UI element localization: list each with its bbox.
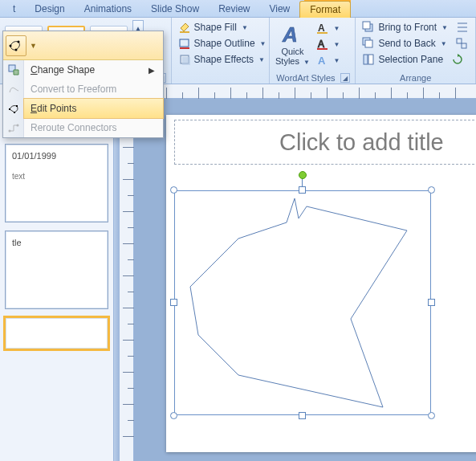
slide-editor: Click to add title [114, 84, 476, 461]
freeform-shape[interactable] [174, 190, 431, 415]
chevron-down-icon: ▼ [334, 25, 340, 32]
reroute-icon [6, 120, 21, 135]
svg-rect-25 [14, 112, 15, 113]
resize-handle-ne[interactable] [428, 186, 435, 194]
send-to-back-button[interactable]: Send to Back ▼ [360, 36, 470, 51]
svg-point-27 [16, 124, 18, 127]
chevron-down-icon: ▼ [258, 56, 265, 63]
slide-thumbnails-pane[interactable]: 01/01/1999 text tle [0, 84, 114, 461]
bring-to-front-button[interactable]: Bring to Front ▼ [360, 20, 470, 35]
shape-outline-button[interactable]: Shape Outline ▼ [177, 36, 264, 51]
svg-text:A: A [282, 22, 298, 47]
bring-front-icon [362, 21, 375, 34]
group-wordart-styles: A QuickStyles ▼ A ▼ A ▼ A ▼ Word [270, 18, 356, 84]
title-placeholder[interactable]: Click to add title [174, 120, 476, 165]
send-to-back-label: Send to Back [378, 38, 435, 49]
svg-rect-24 [16, 105, 18, 107]
svg-rect-18 [368, 55, 373, 64]
slide[interactable]: Click to add title [166, 115, 476, 452]
tab-animations[interactable]: Animations [75, 1, 141, 17]
quick-styles-button[interactable]: A QuickStyles ▼ [275, 20, 311, 68]
ribbon-tabs: t Design Animations Slide Show Review Vi… [0, 0, 476, 18]
tab-view[interactable]: View [259, 1, 299, 17]
text-effects-button[interactable]: A ▼ [315, 53, 342, 67]
tab-partial[interactable]: t [3, 1, 25, 17]
slide-thumbnail[interactable]: tle [5, 230, 108, 309]
svg-text:A: A [318, 39, 324, 50]
svg-point-19 [10, 44, 12, 47]
selection-pane-label: Selection Pane [378, 54, 443, 65]
title-placeholder-text: Click to add title [279, 129, 444, 156]
svg-text:A: A [318, 22, 325, 34]
group-shape-format: Shape Fill ▼ Shape Outline ▼ Shape Effec… [172, 18, 270, 84]
text-fill-button[interactable]: A ▼ [315, 21, 342, 35]
slide-thumbnail-current[interactable] [5, 317, 108, 349]
horizontal-ruler[interactable] [134, 84, 476, 99]
bring-to-front-label: Bring to Front [378, 22, 437, 33]
text-effects-icon: A [316, 54, 329, 67]
selection-pane-icon [362, 53, 375, 66]
menu-change-shape[interactable]: CChange Shapehange Shape ▶ [24, 60, 163, 80]
rotate-icon[interactable] [451, 53, 464, 66]
menu-edit-points[interactable]: Edit PointsEdit Points [23, 98, 164, 119]
rotation-handle[interactable] [299, 171, 307, 179]
chevron-down-icon: ▼ [30, 42, 37, 50]
text-fill-icon: A [316, 22, 329, 35]
chevron-down-icon: ▼ [303, 59, 310, 66]
svg-rect-23 [9, 108, 10, 110]
tab-design[interactable]: Design [25, 1, 74, 17]
align-icon[interactable] [456, 21, 469, 34]
selection-pane-button[interactable]: Selection Pane [360, 52, 470, 67]
shape-fill-button[interactable]: Shape Fill ▼ [177, 20, 264, 35]
svg-rect-1 [180, 39, 189, 47]
svg-point-26 [8, 130, 10, 133]
tab-format[interactable]: Format [299, 1, 351, 18]
svg-text:A: A [318, 55, 326, 67]
send-back-icon [362, 37, 375, 50]
vertical-ruler[interactable] [120, 99, 134, 461]
resize-handle-e[interactable] [428, 299, 435, 306]
tab-review[interactable]: Review [209, 1, 259, 17]
menu-convert-freeform: Convert to Freeform [24, 80, 163, 99]
pencil-outline-icon [178, 37, 191, 50]
resize-handle-s[interactable] [299, 412, 306, 419]
chevron-down-icon: ▼ [242, 24, 248, 31]
selected-shape[interactable] [174, 190, 431, 415]
svg-point-20 [18, 40, 20, 43]
thumb-text: 01/01/1999 [12, 151, 101, 161]
dialog-launcher-icon[interactable]: ◢ [340, 73, 350, 83]
svg-point-21 [15, 48, 18, 51]
svg-rect-17 [364, 55, 368, 64]
edit-shape-icon [6, 35, 26, 56]
resize-handle-n[interactable] [299, 186, 306, 194]
resize-handle-nw[interactable] [170, 186, 177, 194]
shape-effects-button[interactable]: Shape Effects ▼ [177, 52, 264, 67]
effects-icon [178, 53, 191, 66]
menu-icon-strip [3, 60, 24, 137]
paint-bucket-icon [178, 21, 191, 34]
resize-handle-w[interactable] [170, 299, 177, 306]
slide-canvas[interactable]: Click to add title [134, 99, 476, 461]
pane-splitter[interactable] [114, 84, 120, 461]
chevron-down-icon: ▼ [334, 41, 340, 48]
group-icon[interactable] [455, 37, 468, 50]
svg-rect-15 [457, 39, 462, 43]
edit-points-icon [6, 101, 21, 116]
thumb-text: tle [12, 238, 101, 247]
svg-rect-16 [462, 43, 466, 48]
chevron-down-icon: ▼ [441, 24, 448, 31]
svg-rect-7 [317, 32, 328, 34]
thumb-text: text [12, 172, 101, 181]
resize-handle-sw[interactable] [170, 412, 177, 419]
edit-shape-menu-header[interactable]: ▼ [3, 31, 163, 60]
group-label-arrange: Arrange [360, 72, 470, 83]
freeform-icon [6, 82, 21, 96]
text-outline-icon: A [316, 38, 329, 51]
text-outline-button[interactable]: A ▼ [315, 37, 342, 51]
tab-slideshow[interactable]: Slide Show [141, 1, 209, 17]
shape-outline-label: Shape Outline [194, 38, 255, 49]
svg-rect-0 [180, 31, 189, 33]
slide-thumbnail[interactable]: 01/01/1999 text [5, 144, 108, 222]
chevron-down-icon: ▼ [334, 57, 340, 64]
resize-handle-se[interactable] [428, 412, 435, 419]
